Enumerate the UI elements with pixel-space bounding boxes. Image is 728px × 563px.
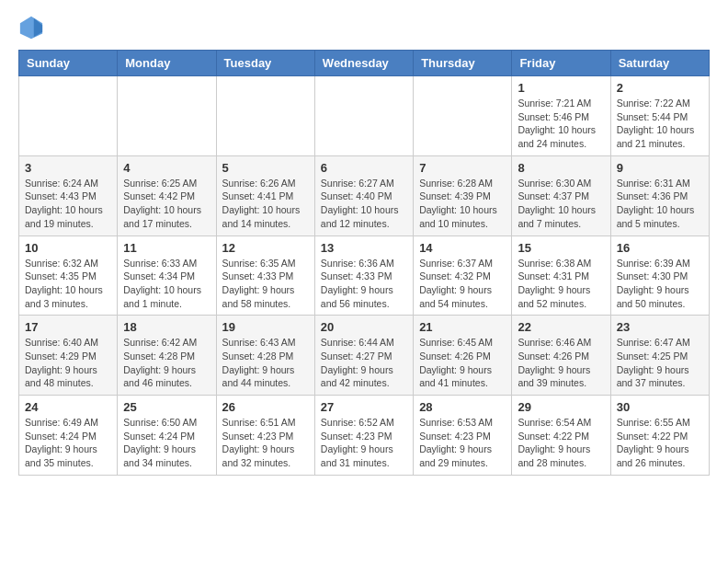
day-info: Sunrise: 6:44 AM Sunset: 4:27 PM Dayligh…: [321, 336, 407, 390]
day-number: 26: [222, 400, 309, 414]
day-number: 5: [222, 161, 309, 175]
day-info: Sunrise: 6:51 AM Sunset: 4:23 PM Dayligh…: [222, 416, 309, 470]
day-info: Sunrise: 6:49 AM Sunset: 4:24 PM Dayligh…: [25, 416, 111, 470]
calendar-cell: 28Sunrise: 6:53 AM Sunset: 4:23 PM Dayli…: [414, 396, 512, 476]
calendar-cell: 20Sunrise: 6:44 AM Sunset: 4:27 PM Dayli…: [314, 316, 413, 396]
calendar-cell: 29Sunrise: 6:54 AM Sunset: 4:22 PM Dayli…: [512, 396, 610, 476]
calendar-cell: 10Sunrise: 6:32 AM Sunset: 4:35 PM Dayli…: [19, 236, 118, 316]
calendar-cell: 14Sunrise: 6:37 AM Sunset: 4:32 PM Dayli…: [414, 236, 512, 316]
day-number: 30: [617, 400, 703, 414]
day-info: Sunrise: 6:24 AM Sunset: 4:43 PM Dayligh…: [25, 177, 111, 231]
header: [18, 15, 710, 40]
logo-icon: [18, 15, 44, 40]
calendar-cell: 27Sunrise: 6:52 AM Sunset: 4:23 PM Dayli…: [314, 396, 413, 476]
day-number: 21: [419, 320, 506, 334]
calendar-week-1: 3Sunrise: 6:24 AM Sunset: 4:43 PM Daylig…: [19, 155, 710, 236]
header-saturday: Saturday: [610, 51, 709, 76]
day-info: Sunrise: 6:31 AM Sunset: 4:36 PM Dayligh…: [617, 177, 703, 231]
calendar-header-row: SundayMondayTuesdayWednesdayThursdayFrid…: [19, 51, 710, 76]
day-info: Sunrise: 6:28 AM Sunset: 4:39 PM Dayligh…: [419, 177, 506, 231]
day-info: Sunrise: 6:27 AM Sunset: 4:40 PM Dayligh…: [321, 177, 407, 231]
day-info: Sunrise: 6:46 AM Sunset: 4:26 PM Dayligh…: [518, 336, 604, 390]
day-info: Sunrise: 6:54 AM Sunset: 4:22 PM Dayligh…: [518, 416, 604, 470]
day-info: Sunrise: 6:45 AM Sunset: 4:26 PM Dayligh…: [419, 336, 506, 390]
day-number: 11: [123, 241, 210, 255]
calendar-cell: 24Sunrise: 6:49 AM Sunset: 4:24 PM Dayli…: [19, 396, 118, 476]
day-info: Sunrise: 6:32 AM Sunset: 4:35 PM Dayligh…: [25, 257, 111, 311]
day-number: 17: [25, 320, 111, 334]
day-info: Sunrise: 6:39 AM Sunset: 4:30 PM Dayligh…: [617, 257, 703, 311]
day-info: Sunrise: 6:25 AM Sunset: 4:42 PM Dayligh…: [123, 177, 210, 231]
day-info: Sunrise: 6:26 AM Sunset: 4:41 PM Dayligh…: [222, 177, 309, 231]
calendar-cell: 30Sunrise: 6:55 AM Sunset: 4:22 PM Dayli…: [610, 396, 709, 476]
day-info: Sunrise: 6:50 AM Sunset: 4:24 PM Dayligh…: [123, 416, 210, 470]
day-number: 19: [222, 320, 309, 334]
day-number: 14: [419, 241, 506, 255]
day-info: Sunrise: 6:53 AM Sunset: 4:23 PM Dayligh…: [419, 416, 506, 470]
day-number: 6: [321, 161, 407, 175]
day-number: 25: [123, 400, 210, 414]
header-monday: Monday: [118, 51, 216, 76]
calendar-cell: 21Sunrise: 6:45 AM Sunset: 4:26 PM Dayli…: [414, 316, 512, 396]
day-info: Sunrise: 7:22 AM Sunset: 5:44 PM Dayligh…: [617, 97, 703, 151]
header-friday: Friday: [512, 51, 610, 76]
day-info: Sunrise: 6:30 AM Sunset: 4:37 PM Dayligh…: [518, 177, 604, 231]
calendar-cell: 12Sunrise: 6:35 AM Sunset: 4:33 PM Dayli…: [216, 236, 314, 316]
calendar-cell: 2Sunrise: 7:22 AM Sunset: 5:44 PM Daylig…: [610, 76, 709, 156]
calendar-cell: 7Sunrise: 6:28 AM Sunset: 4:39 PM Daylig…: [414, 155, 512, 236]
calendar-cell: 8Sunrise: 6:30 AM Sunset: 4:37 PM Daylig…: [512, 155, 610, 236]
calendar-cell: 26Sunrise: 6:51 AM Sunset: 4:23 PM Dayli…: [216, 396, 314, 476]
day-number: 9: [617, 161, 703, 175]
calendar-cell: 17Sunrise: 6:40 AM Sunset: 4:29 PM Dayli…: [19, 316, 118, 396]
day-number: 13: [321, 241, 407, 255]
day-number: 18: [123, 320, 210, 334]
calendar-cell: [19, 76, 118, 156]
day-number: 28: [419, 400, 506, 414]
day-info: Sunrise: 6:38 AM Sunset: 4:31 PM Dayligh…: [518, 257, 604, 311]
header-tuesday: Tuesday: [216, 51, 314, 76]
day-info: Sunrise: 6:55 AM Sunset: 4:22 PM Dayligh…: [617, 416, 703, 470]
day-number: 23: [617, 320, 703, 334]
day-number: 24: [25, 400, 111, 414]
day-number: 8: [518, 161, 604, 175]
logo: [18, 15, 48, 40]
calendar-week-2: 10Sunrise: 6:32 AM Sunset: 4:35 PM Dayli…: [19, 236, 710, 316]
calendar-cell: 22Sunrise: 6:46 AM Sunset: 4:26 PM Dayli…: [512, 316, 610, 396]
day-info: Sunrise: 7:21 AM Sunset: 5:46 PM Dayligh…: [518, 97, 604, 151]
day-info: Sunrise: 6:47 AM Sunset: 4:25 PM Dayligh…: [617, 336, 703, 390]
day-number: 3: [25, 161, 111, 175]
day-number: 20: [321, 320, 407, 334]
day-number: 15: [518, 241, 604, 255]
day-number: 4: [123, 161, 210, 175]
day-number: 12: [222, 241, 309, 255]
calendar-week-4: 24Sunrise: 6:49 AM Sunset: 4:24 PM Dayli…: [19, 396, 710, 476]
header-sunday: Sunday: [19, 51, 118, 76]
calendar-cell: [118, 76, 216, 156]
day-number: 1: [518, 81, 604, 95]
day-info: Sunrise: 6:43 AM Sunset: 4:28 PM Dayligh…: [222, 336, 309, 390]
calendar: SundayMondayTuesdayWednesdayThursdayFrid…: [18, 50, 710, 476]
day-number: 29: [518, 400, 604, 414]
calendar-cell: 16Sunrise: 6:39 AM Sunset: 4:30 PM Dayli…: [610, 236, 709, 316]
calendar-cell: 15Sunrise: 6:38 AM Sunset: 4:31 PM Dayli…: [512, 236, 610, 316]
calendar-cell: 1Sunrise: 7:21 AM Sunset: 5:46 PM Daylig…: [512, 76, 610, 156]
calendar-cell: 6Sunrise: 6:27 AM Sunset: 4:40 PM Daylig…: [314, 155, 413, 236]
calendar-cell: 19Sunrise: 6:43 AM Sunset: 4:28 PM Dayli…: [216, 316, 314, 396]
day-number: 22: [518, 320, 604, 334]
day-info: Sunrise: 6:37 AM Sunset: 4:32 PM Dayligh…: [419, 257, 506, 311]
calendar-cell: [314, 76, 413, 156]
calendar-week-0: 1Sunrise: 7:21 AM Sunset: 5:46 PM Daylig…: [19, 76, 710, 156]
calendar-cell: 18Sunrise: 6:42 AM Sunset: 4:28 PM Dayli…: [118, 316, 216, 396]
calendar-cell: 23Sunrise: 6:47 AM Sunset: 4:25 PM Dayli…: [610, 316, 709, 396]
calendar-cell: 13Sunrise: 6:36 AM Sunset: 4:33 PM Dayli…: [314, 236, 413, 316]
calendar-cell: 9Sunrise: 6:31 AM Sunset: 4:36 PM Daylig…: [610, 155, 709, 236]
day-number: 27: [321, 400, 407, 414]
calendar-cell: [414, 76, 512, 156]
calendar-cell: [216, 76, 314, 156]
day-info: Sunrise: 6:42 AM Sunset: 4:28 PM Dayligh…: [123, 336, 210, 390]
day-number: 2: [617, 81, 703, 95]
calendar-cell: 5Sunrise: 6:26 AM Sunset: 4:41 PM Daylig…: [216, 155, 314, 236]
day-info: Sunrise: 6:36 AM Sunset: 4:33 PM Dayligh…: [321, 257, 407, 311]
day-number: 16: [617, 241, 703, 255]
calendar-week-3: 17Sunrise: 6:40 AM Sunset: 4:29 PM Dayli…: [19, 316, 710, 396]
